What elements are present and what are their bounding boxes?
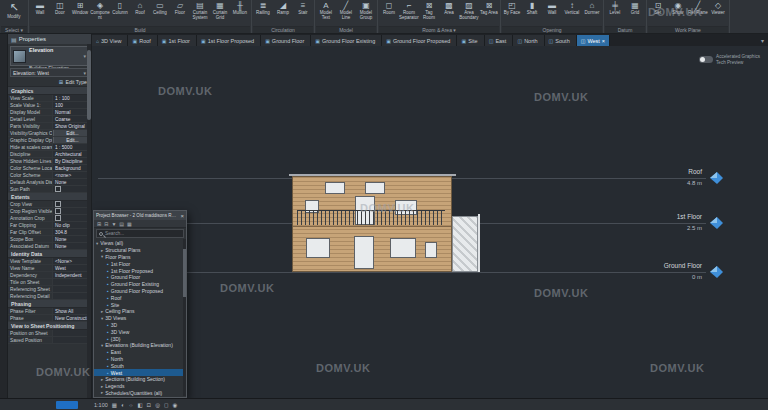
entry-door[interactable] [354,236,374,269]
tree-item[interactable]: ▪ Ground Floor Existing [94,281,186,288]
property-value[interactable]: Edit... [53,130,91,136]
property-value[interactable]: 100 [53,102,91,108]
browser-settings-icon[interactable]: ▦ [127,221,132,227]
ribbon-group-name[interactable]: Room & Area ▾ [379,26,499,33]
sun-path-icon[interactable]: ☼ [128,402,133,408]
level-elevation[interactable]: 4.8 m [687,180,702,186]
ribbon-button[interactable]: ◻ Room [379,0,399,15]
level-elevation[interactable]: 0 m [692,274,702,280]
level-name[interactable]: Roof [688,168,702,175]
expand-all-icon[interactable]: ⊞ [97,221,101,227]
ribbon-button[interactable]: ◇ Viewer [708,0,728,15]
property-value[interactable]: 304.8 [53,229,91,235]
ribbon-button[interactable]: ↕ Vertical [562,0,582,15]
skylight-window-1[interactable] [325,182,345,194]
ribbon-button[interactable]: ⊠ Tag Room [419,0,439,20]
collapse-all-icon[interactable]: ⊟ [104,221,108,227]
ribbon-group-name[interactable]: Circulation [253,26,313,33]
property-value[interactable]: Edit... [53,137,91,143]
property-value[interactable] [53,337,91,343]
view-tab[interactable]: ◫ East [485,35,514,46]
browser-search-box[interactable]: Search... [96,229,184,238]
level-name[interactable]: Ground Floor [664,262,702,269]
ribbon-button[interactable]: ⌂ Roof [130,0,150,15]
scrollbar-thumb[interactable] [87,50,91,120]
status-accent-button[interactable] [56,401,78,409]
exterior-stairs[interactable] [452,216,478,272]
section-header[interactable]: View to Sheet Positioning [8,322,91,330]
ribbon-button[interactable]: ▦ Curtain Grid [210,0,230,20]
view-tab[interactable]: ▣ Ground Floor Proposed [382,35,457,46]
ribbon-group-name[interactable]: Build [30,26,250,33]
reveal-hidden-elements-icon[interactable]: ◉ [173,402,178,408]
project-browser-titlebar[interactable]: Project Browser - 2 Old maddisons Rd, DA… [94,211,186,220]
ribbon-group-name[interactable]: Model [316,26,376,33]
ribbon-button[interactable]: ↖ Modify [1,0,27,19]
property-value[interactable]: No clip [53,222,91,228]
ribbon-group-name[interactable]: Datum [605,26,645,33]
tree-item[interactable]: ▪ South [94,362,186,369]
ribbon-button[interactable]: ⊡ Set [648,0,668,15]
drawing-canvas[interactable]: Roof 4.8 m 1st Floor 2.5 m [92,46,768,398]
ribbon-button[interactable]: ╫ Mullion [230,0,250,15]
ribbon-button[interactable]: A Model Text [316,0,336,20]
property-value[interactable] [53,215,91,221]
view-tab[interactable]: ⌂ 3D View [92,35,128,46]
view-tab[interactable]: ▣ Ground Floor Existing [311,35,382,46]
tree-item[interactable]: ▸ Legends [94,383,186,390]
tree-item[interactable]: ▪ East [94,349,186,356]
property-value[interactable]: 1 : 100 [53,95,91,101]
ribbon-button[interactable]: ╱ Model Line [336,0,356,20]
property-value[interactable]: By Discipline [53,158,91,164]
edit-type-button[interactable]: Edit Type [65,79,87,85]
property-value[interactable]: West [53,265,91,271]
property-value[interactable] [53,208,91,214]
ribbon-button[interactable]: ▬ Wall [30,0,50,15]
ribbon-button[interactable]: ⊠ Tag Area [479,0,499,15]
property-value[interactable]: Show All [53,308,91,314]
view-tab[interactable]: ▣ Ground Floor [261,35,311,46]
tree-item[interactable]: ▸ Ceiling Plans [94,308,186,315]
tree-item[interactable]: ▪ West [94,369,186,376]
view-tab[interactable]: ◫ West × [577,35,610,46]
property-value[interactable]: None [53,179,91,185]
level-marker-icon[interactable] [709,216,724,230]
view-tab[interactable]: ▣ Roof [128,35,157,46]
list-view-icon[interactable]: ▤ [119,221,124,227]
crop-view-icon[interactable]: ⊡ [147,402,152,408]
ribbon-button[interactable]: ⊞ Window [70,0,90,15]
browser-scrollbar[interactable] [183,239,186,396]
temporary-hide-isolate-icon[interactable]: ◻ [164,402,169,408]
tree-item[interactable]: ▪ 3D View [94,328,186,335]
property-value[interactable]: 1 : 5000 [53,144,91,150]
ribbon-group-name[interactable]: Opening [502,26,602,33]
shadows-icon[interactable]: ◧ [137,402,142,408]
ribbon-button[interactable]: ▱ Floor [170,0,190,15]
skylight-window-2[interactable] [365,182,385,194]
ribbon-button[interactable]: ≡ Stair [293,0,313,15]
tree-item[interactable]: ▾ 3D Views [94,315,186,322]
chevron-down-icon[interactable]: ▾ [83,53,86,59]
property-value[interactable]: None [53,243,91,249]
filter-icon[interactable]: ▼ [111,221,116,227]
lower-window-2[interactable] [390,238,416,258]
view-tab[interactable]: ▣ Site [457,35,484,46]
ribbon-button[interactable]: ▩ Area [439,0,459,15]
tree-item[interactable]: ▾ Views (all) [94,240,186,247]
stair-railing[interactable] [478,214,480,272]
tree-item[interactable]: ▾ Elevations (Building Elevation) [94,342,186,349]
ribbon-button[interactable]: ◉ Show [668,0,688,15]
property-value[interactable] [53,201,91,207]
ribbon-button[interactable]: ◰ By Face [502,0,522,15]
ribbon-button[interactable]: ≣ Railing [253,0,273,15]
property-value[interactable]: None [53,236,91,242]
section-header[interactable]: Identity Data [8,250,91,258]
ribbon-button[interactable]: ⌐ Room Separator [399,0,419,20]
property-value[interactable]: Coarse [53,116,91,122]
property-value[interactable] [53,293,91,299]
close-icon[interactable]: × [180,213,184,219]
ribbon-button[interactable]: ◈ Component [90,0,110,20]
tree-item[interactable]: ▪ 1st Floor [94,260,186,267]
detail-level-icon[interactable]: ▦ [112,402,117,408]
level-elevation[interactable]: 2.5 m [687,225,702,231]
